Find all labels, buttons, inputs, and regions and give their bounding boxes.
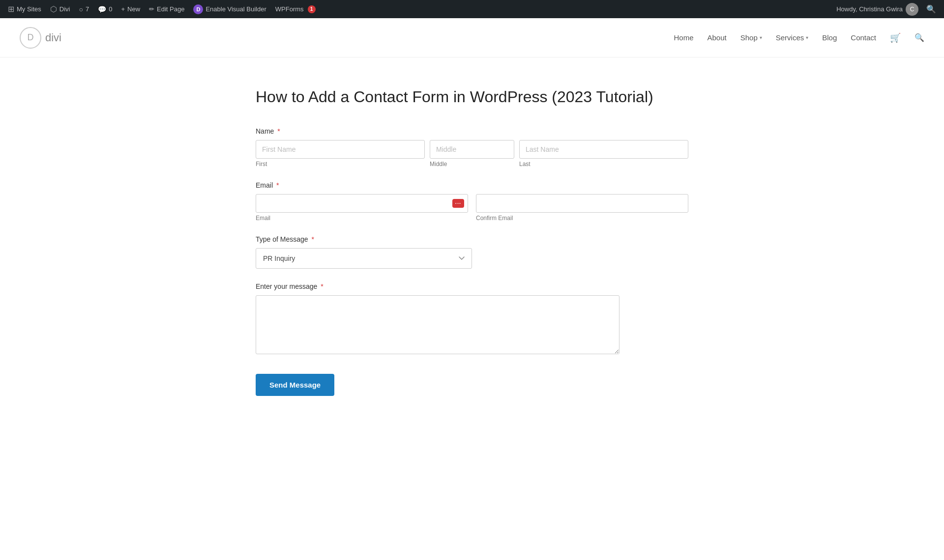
nav-contact-label: Contact (851, 33, 876, 42)
email-toggle-button[interactable]: ··· (452, 199, 464, 208)
name-group: Name * First Middle Last (256, 127, 688, 168)
email-sublabel: Email (256, 215, 468, 222)
required-star: * (312, 235, 314, 243)
pencil-icon: ✏ (149, 5, 154, 13)
user-greeting[interactable]: Howdy, Christina Gwira C (832, 3, 922, 16)
name-label: Name * (256, 127, 688, 135)
admin-bar-right: Howdy, Christina Gwira C 🔍 (832, 3, 940, 16)
chevron-down-icon: ▾ (760, 35, 762, 40)
required-star: * (277, 127, 280, 135)
message-type-select[interactable]: PR Inquiry General Inquiry Support Other (256, 248, 472, 269)
cart-icon[interactable]: 🛒 (890, 32, 901, 43)
nav-blog[interactable]: Blog (822, 33, 837, 42)
chevron-down-icon: ▾ (806, 35, 808, 40)
submit-button[interactable]: Send Message (256, 374, 334, 396)
email-group: Email * ··· Email Confirm Email (256, 181, 688, 222)
new-label: New (127, 5, 140, 13)
comments-zero-label: 0 (109, 5, 112, 13)
plus-icon: + (121, 5, 125, 13)
nav-about[interactable]: About (707, 33, 726, 42)
edit-page-label: Edit Page (157, 5, 184, 13)
confirm-email-input[interactable] (476, 194, 688, 213)
email-field-wrap: ··· Email (256, 194, 468, 222)
my-sites-label: My Sites (17, 5, 41, 13)
logo-name: divi (45, 31, 61, 44)
middle-name-wrap: Middle (430, 140, 514, 168)
divi-menu[interactable]: ⬡ Divi (46, 0, 74, 18)
email-input-wrap: ··· (256, 194, 468, 213)
divi-label: Divi (59, 5, 70, 13)
enable-vb-label: Enable Visual Builder (206, 5, 266, 13)
last-name-wrap: Last (519, 140, 688, 168)
wpforms-label: WPForms (275, 5, 304, 13)
required-star: * (321, 282, 323, 290)
first-name-input[interactable] (256, 140, 425, 159)
email-input[interactable] (256, 194, 468, 213)
message-label: Enter your message * (256, 282, 688, 290)
comment-icon: 💬 (98, 5, 106, 13)
message-type-label: Type of Message * (256, 235, 688, 243)
admin-bar: ⊞ My Sites ⬡ Divi ○ 7 💬 0 + New ✏ Edit P… (0, 0, 944, 18)
email-fields: ··· Email Confirm Email (256, 194, 688, 222)
comments-count-label: 7 (86, 5, 89, 13)
first-sublabel: First (256, 161, 425, 168)
greeting-text: Howdy, Christina Gwira (836, 5, 903, 13)
confirm-email-sublabel: Confirm Email (476, 215, 688, 222)
site-nav: Home About Shop ▾ Services ▾ Blog Contac… (674, 32, 924, 43)
main-content: How to Add a Contact Form in WordPress (… (236, 87, 708, 396)
wpforms-menu[interactable]: WPForms 1 (271, 0, 320, 18)
nav-about-label: About (707, 33, 726, 42)
divi-badge-icon: D (193, 4, 203, 14)
customize-menu[interactable]: ○ 7 (75, 0, 93, 18)
wordpress-icon: ⊞ (8, 4, 14, 14)
enable-vb-button[interactable]: D Enable Visual Builder (189, 0, 270, 18)
nav-home[interactable]: Home (674, 33, 693, 42)
site-header: D divi Home About Shop ▾ Services ▾ Blog… (0, 18, 944, 57)
last-sublabel: Last (519, 161, 688, 168)
site-logo[interactable]: D divi (20, 27, 61, 49)
logo-letter: D (28, 32, 34, 43)
name-fields: First Middle Last (256, 140, 688, 168)
circle-icon: ○ (79, 5, 83, 13)
wpforms-badge: 1 (308, 5, 316, 13)
new-content-menu[interactable]: + New (117, 0, 144, 18)
last-name-input[interactable] (519, 140, 688, 159)
divi-icon: ⬡ (50, 4, 57, 14)
nav-blog-label: Blog (822, 33, 837, 42)
edit-page-button[interactable]: ✏ Edit Page (145, 0, 188, 18)
first-name-wrap: First (256, 140, 425, 168)
middle-name-input[interactable] (430, 140, 514, 159)
message-type-group: Type of Message * PR Inquiry General Inq… (256, 235, 688, 269)
logo-circle: D (20, 27, 41, 49)
required-star: * (276, 181, 279, 189)
middle-sublabel: Middle (430, 161, 514, 168)
nav-services[interactable]: Services ▾ (776, 33, 809, 42)
nav-contact[interactable]: Contact (851, 33, 876, 42)
confirm-email-field-wrap: Confirm Email (476, 194, 688, 222)
contact-form: Name * First Middle Last (256, 127, 688, 396)
message-textarea[interactable] (256, 295, 620, 354)
nav-shop-label: Shop (740, 33, 758, 42)
my-sites-menu[interactable]: ⊞ My Sites (4, 0, 45, 18)
nav-shop[interactable]: Shop ▾ (740, 33, 762, 42)
nav-home-label: Home (674, 33, 693, 42)
search-icon[interactable]: 🔍 (914, 33, 924, 42)
admin-search-icon[interactable]: 🔍 (922, 4, 940, 14)
comments-menu[interactable]: 💬 0 (94, 0, 116, 18)
nav-services-label: Services (776, 33, 804, 42)
page-title: How to Add a Contact Form in WordPress (… (256, 87, 688, 108)
message-group: Enter your message * (256, 282, 688, 356)
email-label: Email * (256, 181, 688, 189)
avatar: C (906, 3, 918, 16)
